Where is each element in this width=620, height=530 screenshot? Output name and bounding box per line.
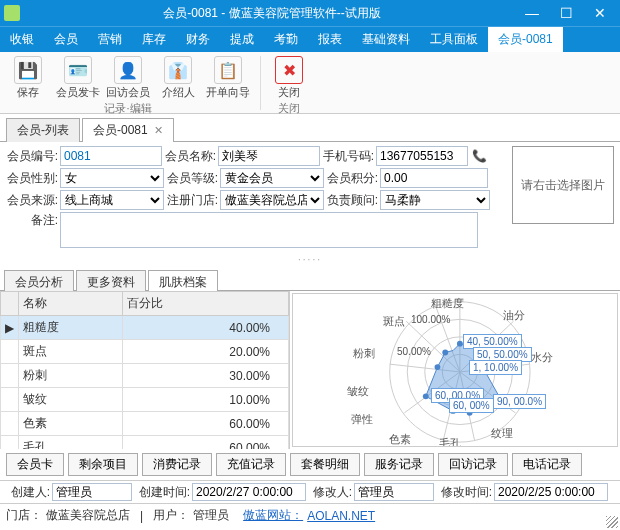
referrer-button-icon: 👔 xyxy=(164,56,192,84)
record-btn-6[interactable]: 回访记录 xyxy=(438,453,508,476)
row-selector-header xyxy=(1,292,19,316)
label-gender: 会员性别: xyxy=(6,170,58,187)
label-name: 会员名称: xyxy=(164,148,216,165)
record-btn-4[interactable]: 套餐明细 xyxy=(290,453,360,476)
app-icon xyxy=(4,5,20,21)
phone-input[interactable] xyxy=(376,146,468,166)
record-btn-5[interactable]: 服务记录 xyxy=(364,453,434,476)
detail-tab-0[interactable]: 会员分析 xyxy=(4,270,74,291)
tooltip: 60, 00% xyxy=(449,398,494,413)
detail-tab-2[interactable]: 肌肤档案 xyxy=(148,270,218,291)
wizard-button[interactable]: 📋开单向导 xyxy=(206,56,250,100)
shop-select[interactable]: 傲蓝美容院总店 xyxy=(220,190,324,210)
menu-1[interactable]: 会员 xyxy=(44,27,88,52)
label-points: 会员积分: xyxy=(326,170,378,187)
record-btn-3[interactable]: 充值记录 xyxy=(216,453,286,476)
menubar: 收银会员营销库存财务提成考勤报表基础资料工具面板会员-0081 xyxy=(0,26,620,52)
footer-shop: 傲蓝美容院总店 xyxy=(46,507,130,524)
id-input[interactable] xyxy=(60,146,162,166)
ribbon: 💾保存🪪会员发卡👤回访会员👔介绍人📋开单向导 记录·编辑 ✖ 关闭 关闭 xyxy=(0,52,620,114)
status-bar: 创建人: 创建时间: 修改人: 修改时间: xyxy=(0,480,620,503)
menu-2[interactable]: 营销 xyxy=(88,27,132,52)
consultant-select[interactable]: 马柔静 xyxy=(380,190,490,210)
close-icon: ✖ xyxy=(275,56,303,84)
menu-10[interactable]: 会员-0081 xyxy=(488,27,563,52)
tooltip: 90, 00.0% xyxy=(493,394,546,409)
referrer-button[interactable]: 👔介绍人 xyxy=(156,56,200,100)
table-row[interactable]: ▶粗糙度40.00% xyxy=(1,316,289,340)
menu-9[interactable]: 工具面板 xyxy=(420,27,488,52)
ribbon-group2-title: 关闭 xyxy=(278,101,300,116)
menu-6[interactable]: 考勤 xyxy=(264,27,308,52)
menu-4[interactable]: 财务 xyxy=(176,27,220,52)
menu-7[interactable]: 报表 xyxy=(308,27,352,52)
label-id: 会员编号: xyxy=(6,148,58,165)
doc-tab-1[interactable]: 会员-0081✕ xyxy=(82,118,174,142)
tooltip: 1, 10.00% xyxy=(469,360,522,375)
record-buttons: 会员卡剩余项目消费记录充值记录套餐明细服务记录回访记录电话记录 xyxy=(0,449,620,480)
ctime-field xyxy=(192,483,306,501)
menu-5[interactable]: 提成 xyxy=(220,27,264,52)
svg-point-15 xyxy=(457,341,463,347)
close-button[interactable]: ✖ 关闭 xyxy=(267,56,311,100)
svg-point-23 xyxy=(442,350,448,356)
card-button-icon: 🪪 xyxy=(64,56,92,84)
record-btn-2[interactable]: 消费记录 xyxy=(142,453,212,476)
save-button-icon: 💾 xyxy=(14,56,42,84)
menu-3[interactable]: 库存 xyxy=(132,27,176,52)
resize-grip[interactable] xyxy=(606,516,618,528)
radar-chart[interactable]: 粗糙度 油分 水分 色斑 纹理 毛孔 色素 弹性 皱纹 粉刺 斑点 100.00… xyxy=(292,293,618,447)
menu-0[interactable]: 收银 xyxy=(0,27,44,52)
gender-select[interactable]: 女 xyxy=(60,168,164,188)
footer-link[interactable]: AOLAN.NET xyxy=(307,509,375,523)
window-title: 会员-0081 - 傲蓝美容院管理软件--试用版 xyxy=(28,5,516,22)
footer: 门店： 傲蓝美容院总店 | 用户： 管理员 傲蓝网站： AOLAN.NET xyxy=(0,503,620,527)
footer-user: 管理员 xyxy=(193,507,229,524)
separator xyxy=(260,56,261,110)
name-input[interactable] xyxy=(218,146,320,166)
label-phone: 手机号码: xyxy=(322,148,374,165)
label-consultant: 负责顾问: xyxy=(326,192,378,209)
menu-8[interactable]: 基础资料 xyxy=(352,27,420,52)
creator-field xyxy=(52,483,132,501)
tab-close-icon[interactable]: ✕ xyxy=(154,124,163,136)
record-btn-0[interactable]: 会员卡 xyxy=(6,453,64,476)
document-tabs: 会员-列表会员-0081✕ xyxy=(0,118,620,142)
source-select[interactable]: 线上商城 xyxy=(60,190,164,210)
minimize-button[interactable]: — xyxy=(516,1,548,25)
doc-tab-0[interactable]: 会员-列表 xyxy=(6,118,80,142)
record-btn-1[interactable]: 剩余项目 xyxy=(68,453,138,476)
ribbon-group1-title: 记录·编辑 xyxy=(104,101,151,116)
detail-tab-1[interactable]: 更多资料 xyxy=(76,270,146,291)
svg-point-22 xyxy=(435,364,441,370)
col-pct[interactable]: 百分比 xyxy=(123,292,289,316)
col-name[interactable]: 名称 xyxy=(19,292,123,316)
note-textarea[interactable] xyxy=(60,212,478,248)
splitter[interactable]: ····· xyxy=(0,252,620,267)
table-row[interactable]: 斑点20.00% xyxy=(1,340,289,364)
member-form: 会员编号: 会员名称: 手机号码: 📞 会员性别: 女 会员等级: 黄金会员 会… xyxy=(0,142,620,252)
table-row[interactable]: 粉刺30.00% xyxy=(1,364,289,388)
label-shop: 注册门店: xyxy=(166,192,218,209)
visit-button[interactable]: 👤回访会员 xyxy=(106,56,150,100)
level-select[interactable]: 黄金会员 xyxy=(220,168,324,188)
mtime-field xyxy=(494,483,608,501)
card-button[interactable]: 🪪会员发卡 xyxy=(56,56,100,100)
save-button[interactable]: 💾保存 xyxy=(6,56,50,100)
detail-tabs: 会员分析更多资料肌肤档案 xyxy=(0,269,620,291)
points-input[interactable] xyxy=(380,168,488,188)
table-row[interactable]: 毛孔60.00% xyxy=(1,436,289,450)
table-row[interactable]: 皱纹10.00% xyxy=(1,388,289,412)
phone-icon[interactable]: 📞 xyxy=(472,149,487,163)
close-window-button[interactable]: ✕ xyxy=(584,1,616,25)
label-level: 会员等级: xyxy=(166,170,218,187)
record-btn-7[interactable]: 电话记录 xyxy=(512,453,582,476)
maximize-button[interactable]: ☐ xyxy=(550,1,582,25)
visit-button-icon: 👤 xyxy=(114,56,142,84)
table-row[interactable]: 色素60.00% xyxy=(1,412,289,436)
label-note: 备注: xyxy=(6,212,58,229)
wizard-button-icon: 📋 xyxy=(214,56,242,84)
titlebar: 会员-0081 - 傲蓝美容院管理软件--试用版 — ☐ ✕ xyxy=(0,0,620,26)
svg-point-21 xyxy=(423,393,429,399)
member-image[interactable]: 请右击选择图片 xyxy=(512,146,614,224)
